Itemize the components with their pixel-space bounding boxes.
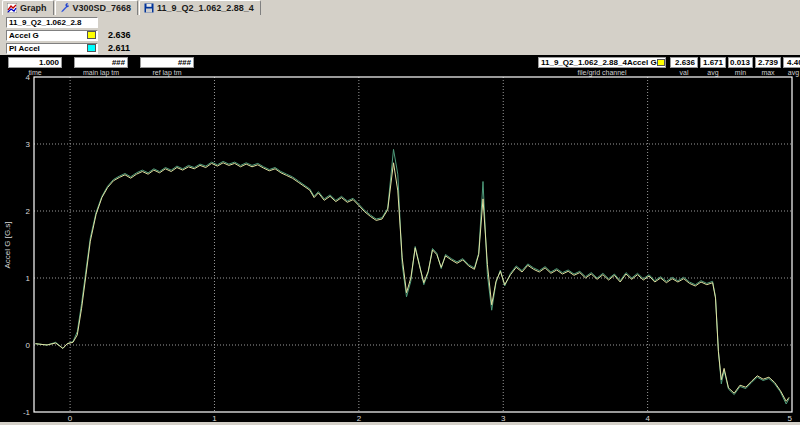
min-value: 0.013 [728,57,753,68]
y-tick-label: 0 [26,341,31,350]
y-tick-label: 1 [26,274,31,283]
channel-color-chip [87,31,96,39]
y-tick-label: 4 [26,73,31,82]
trace-pi-accel [35,149,789,404]
y-tick-label: 3 [26,140,31,149]
channel-name: PI Accel [9,44,40,53]
y-tick-label: -1 [23,408,31,417]
y-axis-label: Accel G [G.s] [3,221,12,268]
graph-icon [7,3,17,13]
channel-legend-panel: 11_9_Q2_1.062_2.8 Accel G 2.636 PI Accel… [0,15,800,55]
y-tick-label: 2 [26,207,31,216]
channel-name: Accel G [627,58,657,67]
active-file-box[interactable]: 11_9_Q2_1.062_2.8 [6,17,98,28]
main-lap-time-value[interactable]: ### [74,57,128,68]
channel-file-name: 11_9_Q2_1.062_2.88_4 [541,58,627,67]
active-file-label: 11_9_Q2_1.062_2.8 [9,18,82,27]
graph-plot-area[interactable]: -101234012345Accel G [G.s] [0,73,800,425]
tab-label: 11_9_Q2_1.062_2.88_4 [157,3,254,13]
graph-panel: 1.000 time ### main lap tm ### ref lap t… [0,55,800,425]
ref-lap-time-value[interactable]: ### [140,57,194,68]
tab-bar: Graph V300SD_7668 11_9_Q2_1.062_2.88_4 [0,0,800,15]
channel-button-accel-g[interactable]: Accel G [6,30,98,41]
plot-border [34,77,792,412]
floppy-disk-icon [144,3,154,13]
tab-config-file[interactable]: V300SD_7668 [55,0,139,15]
channel-color-chip [657,59,665,66]
val-value: 2.636 [670,57,698,68]
channel-name: Accel G [9,31,39,40]
datalink-graph-window: { "tabs": [ {"label": "Graph"}, {"label"… [0,0,800,425]
tab-graph[interactable]: Graph [2,0,54,15]
channel-button-pi-accel[interactable]: PI Accel [6,43,98,54]
time-value[interactable]: 1.000 [8,57,62,68]
channel-value: 2.611 [108,43,130,53]
channel-color-chip [87,44,96,52]
trace-accel-g [35,163,789,401]
tab-label: Graph [20,3,47,13]
file-grid-channel-box[interactable]: 11_9_Q2_1.062_2.88_4 Accel G [538,57,666,68]
channel-value: 2.636 [108,30,131,40]
avg-value: 1.671 [700,57,726,68]
avg-time-value: 4.40043 [783,57,800,68]
wrench-icon [60,3,70,13]
tab-run-file[interactable]: 11_9_Q2_1.062_2.88_4 [139,0,261,15]
tab-label: V300SD_7668 [73,3,132,13]
